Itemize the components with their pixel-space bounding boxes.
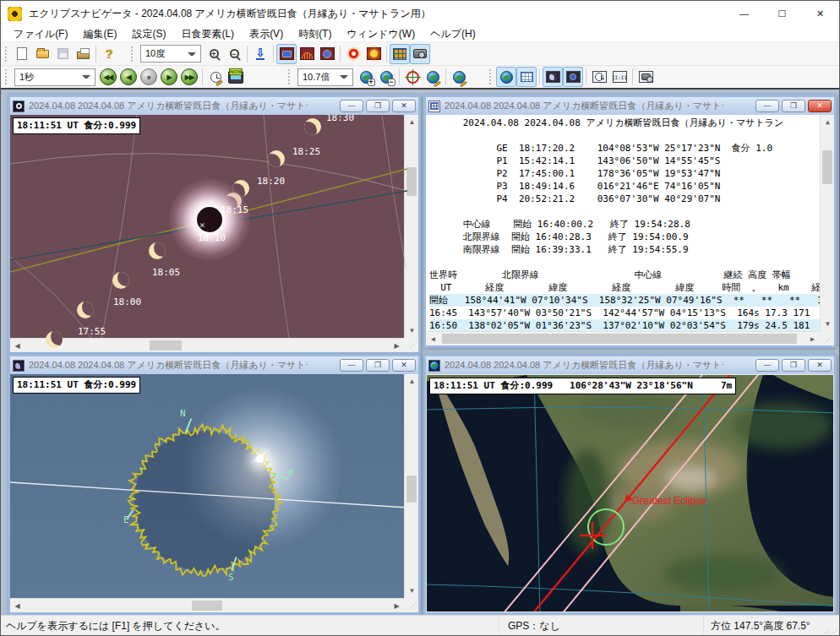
screenshot-window-button[interactable]: [635, 67, 656, 87]
download-elements-button[interactable]: ⇩: [250, 44, 270, 64]
scroll-down-arrow[interactable]: ▼: [821, 317, 834, 331]
time-label: 18:15: [221, 204, 248, 215]
data-window-titlebar[interactable]: 2024.04.08 2024.04.08 アメリカ横断皆既日食（月縁あり・マサ…: [426, 97, 834, 115]
corona-view-window: 2024.04.08 2024.04.08 アメリカ横断皆既日食（月縁あり・マサ…: [8, 354, 421, 615]
menu-item[interactable]: 時刻(T): [291, 26, 339, 42]
eclipse-report: 2024.04.08 2024.04.08 アメリカ横断皆既日食（月縁あり・マサ…: [429, 117, 820, 345]
open-file-button[interactable]: [32, 44, 52, 64]
menu-item[interactable]: ウィンドウ(W): [339, 26, 423, 42]
show-corona-window-button[interactable]: [563, 67, 583, 87]
view-circle-button[interactable]: [317, 44, 337, 64]
scrollbar-thumb[interactable]: [442, 334, 797, 344]
scroll-left-arrow[interactable]: ◀: [10, 599, 25, 612]
fast-rewind-button[interactable]: ◀◀: [98, 67, 118, 87]
child-minimize-button[interactable]: —: [755, 359, 779, 372]
menu-item[interactable]: 編集(E): [75, 26, 124, 42]
show-data-window-button[interactable]: [516, 67, 537, 87]
child-minimize-button[interactable]: —: [755, 100, 779, 112]
show-clock-window-button[interactable]: [589, 67, 609, 87]
scrollbar-thumb[interactable]: [150, 340, 182, 351]
satellite-map: [427, 375, 834, 612]
step-back-button[interactable]: ◀: [118, 67, 139, 87]
menu-bar: ファイル(F)編集(E)設定(S)日食要素(L)表示(V)時刻(T)ウィンドウ(…: [1, 26, 839, 42]
time-label: 18:25: [292, 146, 320, 157]
show-timeline-window-button[interactable]: II:II: [609, 67, 630, 87]
child-restore-button[interactable]: ❐: [782, 359, 805, 372]
scroll-right-arrow[interactable]: ▶: [805, 332, 820, 345]
child-minimize-button[interactable]: —: [340, 359, 363, 372]
menu-item[interactable]: 表示(V): [242, 26, 291, 42]
print-button[interactable]: [73, 44, 93, 64]
map-zoom-out-button[interactable]: −: [376, 67, 396, 87]
location-settings-button[interactable]: [449, 67, 469, 87]
resize-grip[interactable]: ⋰: [820, 331, 834, 345]
child-close-button[interactable]: ✕: [808, 100, 832, 112]
close-button[interactable]: ✕: [801, 1, 839, 26]
time-settings-button[interactable]: [205, 67, 226, 87]
vertical-scrollbar[interactable]: ▲ ▼: [820, 115, 834, 331]
map-settings-button[interactable]: [423, 67, 443, 87]
show-map-window-button[interactable]: [496, 67, 516, 87]
maximize-button[interactable]: ☐: [763, 1, 801, 26]
view-horizon-button[interactable]: [276, 44, 297, 64]
view-dome-button[interactable]: [297, 44, 317, 64]
capture-button[interactable]: [410, 44, 430, 64]
set-time-now-button[interactable]: NOW: [226, 67, 246, 87]
scrollbar-thumb[interactable]: [406, 476, 417, 503]
sun-flash-button[interactable]: [363, 44, 384, 64]
stop-button[interactable]: ■: [139, 67, 159, 87]
time-step-select[interactable]: 1秒: [14, 68, 95, 86]
scrollbar-thumb[interactable]: [192, 601, 222, 611]
child-close-button[interactable]: ✕: [392, 359, 416, 372]
map-zoom-select[interactable]: 10.7倍: [297, 68, 353, 86]
child-minimize-button[interactable]: —: [340, 100, 363, 112]
child-restore-button[interactable]: ❐: [366, 359, 390, 372]
sky-view-canvas[interactable]: 18:11:51 UT 食分:0.999 × 18:30 18:25 18:20…: [10, 115, 418, 352]
corona-ring-button[interactable]: [343, 44, 363, 64]
sky-window-titlebar[interactable]: 2024.04.08 2024.04.08 アメリカ横断皆既日食（月縁あり・マサ…: [10, 97, 418, 115]
scroll-right-arrow[interactable]: ▶: [390, 339, 404, 352]
menu-item[interactable]: 設定(S): [124, 26, 173, 42]
horizontal-scrollbar[interactable]: ◀ ▶: [10, 598, 404, 612]
resize-grip[interactable]: ⋰: [404, 338, 418, 352]
map-center-target-button[interactable]: [402, 67, 423, 87]
child-restore-button[interactable]: ❐: [366, 100, 390, 112]
data-view-canvas[interactable]: 2024.04.08 2024.04.08 アメリカ横断皆既日食（月縁あり・マサ…: [426, 115, 834, 345]
play-button[interactable]: ▶: [159, 67, 179, 87]
scroll-up-arrow[interactable]: ▲: [821, 115, 834, 129]
corona-window-titlebar[interactable]: 2024.04.08 2024.04.08 アメリカ横断皆既日食（月縁あり・マサ…: [10, 356, 418, 374]
scroll-right-arrow[interactable]: ▶: [390, 599, 404, 612]
minimize-button[interactable]: —: [725, 1, 763, 26]
zoom-in-button[interactable]: +: [204, 44, 224, 64]
horizontal-scrollbar[interactable]: ◀ ▶: [426, 331, 820, 345]
resize-grip[interactable]: ⋰: [404, 598, 418, 612]
scroll-left-arrow[interactable]: ◀: [10, 339, 25, 352]
help-button[interactable]: ?: [99, 44, 119, 64]
child-close-button[interactable]: ✕: [392, 100, 416, 112]
menu-item[interactable]: ファイル(F): [6, 26, 75, 42]
grid-toggle-button[interactable]: [390, 44, 410, 64]
map-window-titlebar[interactable]: 2024.04.08 2024.04.08 アメリカ横断皆既日食（月縁あり・マサ…: [426, 356, 834, 374]
menu-item[interactable]: ヘルプ(H): [423, 26, 483, 42]
show-sky-window-button[interactable]: [543, 67, 563, 87]
scroll-left-arrow[interactable]: ◀: [426, 332, 440, 345]
sun-crescent-1805: [149, 242, 166, 259]
child-close-button[interactable]: ✕: [808, 359, 832, 372]
window-resize-grip[interactable]: ⋰⋰: [822, 628, 837, 636]
map-canvas[interactable]: Greatest Eclipse 18:11:51 UT 食分:0.999 10…: [426, 374, 834, 612]
new-file-button[interactable]: [12, 44, 32, 64]
field-of-view-select[interactable]: 10度: [140, 45, 201, 63]
mdi-workspace: 2024.04.08 2024.04.08 アメリカ横断皆既日食（月縁あり・マサ…: [1, 89, 839, 615]
horizontal-scrollbar[interactable]: ◀ ▶: [10, 338, 404, 352]
corona-view-canvas[interactable]: N E W S 18:11:51 UT 食分:0.999 ▲ ▼ ◀ ▶: [10, 374, 418, 612]
scrollbar-thumb[interactable]: [406, 167, 417, 196]
zoom-out-button[interactable]: −: [224, 44, 244, 64]
scrollbar-thumb[interactable]: [822, 150, 832, 184]
fast-forward-button[interactable]: ▶▶: [179, 67, 199, 87]
child-restore-button[interactable]: ❐: [782, 100, 805, 112]
time-label: 18:30: [326, 115, 354, 123]
time-label: 17:55: [78, 326, 106, 337]
menu-item[interactable]: 日食要素(L): [173, 26, 242, 42]
save-button[interactable]: [52, 44, 73, 64]
map-zoom-in-button[interactable]: +: [356, 67, 376, 87]
